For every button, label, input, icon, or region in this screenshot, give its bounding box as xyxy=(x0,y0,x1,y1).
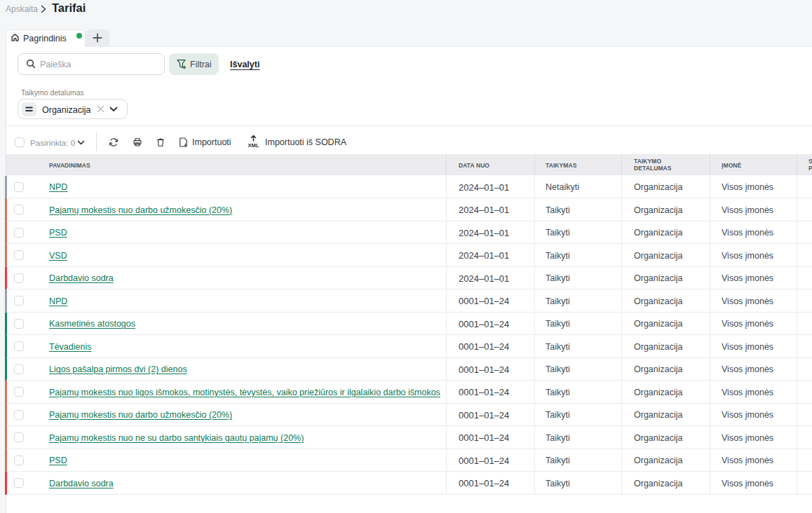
svg-text:XML: XML xyxy=(248,142,259,149)
